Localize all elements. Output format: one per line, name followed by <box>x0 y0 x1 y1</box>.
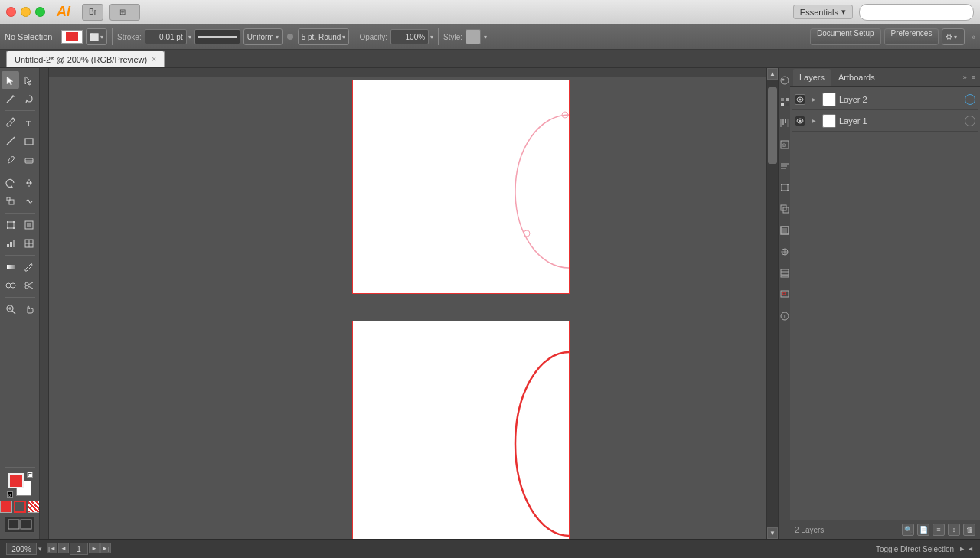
vertical-scrollbar[interactable]: ▲ ▼ <box>766 68 778 539</box>
info-icon[interactable]: i <box>779 305 790 327</box>
layer-row[interactable]: ► Layer 2 <box>792 89 978 110</box>
zoom-arrow-icon[interactable]: ▾ <box>38 545 42 553</box>
type-tool-button[interactable]: T <box>20 113 38 131</box>
free-transform-button[interactable] <box>2 216 19 233</box>
search-layers-button[interactable]: 🔍 <box>902 524 914 536</box>
select-tool-button[interactable] <box>2 71 19 89</box>
status-arrow-right-icon[interactable]: ► <box>959 545 965 553</box>
symbol-tool-button[interactable] <box>20 216 38 233</box>
hand-tool-button[interactable] <box>20 300 38 318</box>
graphic-styles-icon[interactable] <box>779 263 790 284</box>
reflect-tool-button[interactable] <box>20 174 38 191</box>
rect-tool-button[interactable] <box>20 132 38 149</box>
document-tab[interactable]: Untitled-2* @ 200% (RGB/Preview) × <box>6 51 165 67</box>
eraser-tool-button[interactable] <box>20 150 38 168</box>
layer-visibility-toggle[interactable] <box>795 116 805 126</box>
transform-icon[interactable] <box>779 177 790 198</box>
swatches-icon[interactable] <box>779 91 790 113</box>
document-setup-button[interactable]: Document Setup <box>810 28 881 45</box>
fill-mode-box[interactable] <box>0 501 12 513</box>
zoom-input[interactable] <box>6 543 37 555</box>
layer-target-circle[interactable] <box>965 116 975 126</box>
search-input[interactable] <box>859 4 974 21</box>
gradient-tool-button[interactable] <box>2 258 19 276</box>
magic-wand-button[interactable] <box>2 90 19 107</box>
close-button[interactable] <box>6 7 16 17</box>
scroll-up-button[interactable]: ▲ <box>767 68 778 80</box>
layers-tab[interactable]: Layers <box>793 69 831 86</box>
page-number-input[interactable] <box>70 543 88 555</box>
pathfinder-icon[interactable] <box>779 198 790 220</box>
delete-layer-button[interactable]: 🗑 <box>963 524 975 536</box>
lasso-tool-button[interactable] <box>20 90 38 107</box>
tab-close-button[interactable]: × <box>152 55 156 64</box>
layer-row[interactable]: ► Layer 1 <box>792 110 978 132</box>
bridge-button[interactable]: Br <box>82 4 103 21</box>
preferences-button[interactable]: Preferences <box>884 28 939 45</box>
stroke-icon[interactable] <box>779 220 790 241</box>
scale-tool-button[interactable] <box>2 192 19 210</box>
stroke-mode-box[interactable] <box>14 501 26 513</box>
layer-lock-toggle[interactable]: ► <box>808 94 819 105</box>
stroke-type-selector[interactable]: Uniform ▾ <box>243 28 283 45</box>
maximize-button[interactable] <box>35 7 45 17</box>
color-panel-icon[interactable] <box>779 70 790 91</box>
svg-rect-40 <box>8 520 19 529</box>
panel-expand-button[interactable]: » <box>962 72 969 83</box>
none-mode-box[interactable] <box>28 501 40 513</box>
artboards-tab[interactable]: Artboards <box>832 69 881 86</box>
first-page-button[interactable]: |◄ <box>47 543 57 553</box>
layer-lock-toggle[interactable]: ► <box>808 116 819 126</box>
column-graph-button[interactable] <box>2 234 19 252</box>
prev-page-button[interactable]: ◄ <box>58 543 69 553</box>
move-to-layer-button[interactable]: ↕ <box>948 524 960 536</box>
symbols-icon[interactable]: ⊕ <box>779 134 790 155</box>
blend-tool-button[interactable] <box>2 276 19 294</box>
layer-target-circle[interactable] <box>965 94 975 105</box>
layer-visibility-toggle[interactable] <box>795 94 805 105</box>
pen-tool-button[interactable] <box>2 113 19 131</box>
svg-line-37 <box>12 311 15 314</box>
line-tool-button[interactable] <box>2 132 19 149</box>
tool-row-11 <box>2 276 38 294</box>
opacity-input[interactable] <box>390 29 429 44</box>
foreground-color-box[interactable] <box>8 473 24 488</box>
layer-menu-button[interactable]: ≡ <box>933 524 945 536</box>
zoom-in-button[interactable] <box>2 300 19 318</box>
rotate-tool-button[interactable] <box>2 174 19 191</box>
align-icon[interactable] <box>779 155 790 177</box>
svg-marker-0 <box>7 77 13 85</box>
style-arrow-icon: ▾ <box>484 34 487 41</box>
new-layer-button[interactable]: 📄 <box>917 524 929 536</box>
extra-options-selector[interactable]: ⚙ ▾ <box>942 28 965 45</box>
swap-colors-button[interactable]: ⇄ <box>27 472 33 478</box>
panel-close-button[interactable]: ≡ <box>970 72 977 83</box>
panel-options-icon[interactable]: » <box>971 33 975 41</box>
tool-row-7 <box>2 192 38 210</box>
last-page-button[interactable]: ►| <box>100 543 111 553</box>
scroll-thumb[interactable] <box>768 87 777 164</box>
reset-colors-button[interactable]: ↺ <box>7 491 13 498</box>
pencil-tool-button[interactable] <box>2 150 19 168</box>
brushes-icon[interactable] <box>779 113 790 134</box>
workspace-selector[interactable]: Essentials ▾ <box>793 5 853 19</box>
brush-selector[interactable]: 5 pt. Round ▾ <box>298 28 350 45</box>
svg-marker-10 <box>10 185 13 188</box>
direct-select-tool-button[interactable] <box>20 71 38 89</box>
eyedropper-button[interactable] <box>20 258 38 276</box>
stroke-value-input[interactable] <box>145 29 187 44</box>
status-arrow-left-icon[interactable]: ◄ <box>967 545 974 553</box>
fill-type-selector[interactable]: ⬜ ▾ <box>86 28 107 45</box>
appearance-icon[interactable] <box>779 241 790 263</box>
minimize-button[interactable] <box>21 7 31 17</box>
fill-color-swatch[interactable] <box>61 30 83 44</box>
style-swatch[interactable] <box>466 29 481 44</box>
scroll-down-button[interactable]: ▼ <box>767 527 778 539</box>
artboard-nav-box[interactable] <box>5 516 35 533</box>
navigator-icon[interactable] <box>779 284 790 305</box>
warp-tool-button[interactable] <box>20 192 38 210</box>
next-page-button[interactable]: ► <box>89 543 100 553</box>
scissors-button[interactable] <box>20 276 38 294</box>
mesh-tool-button[interactable] <box>20 234 38 252</box>
layout-button[interactable]: ⊞ ▾ <box>109 4 140 21</box>
